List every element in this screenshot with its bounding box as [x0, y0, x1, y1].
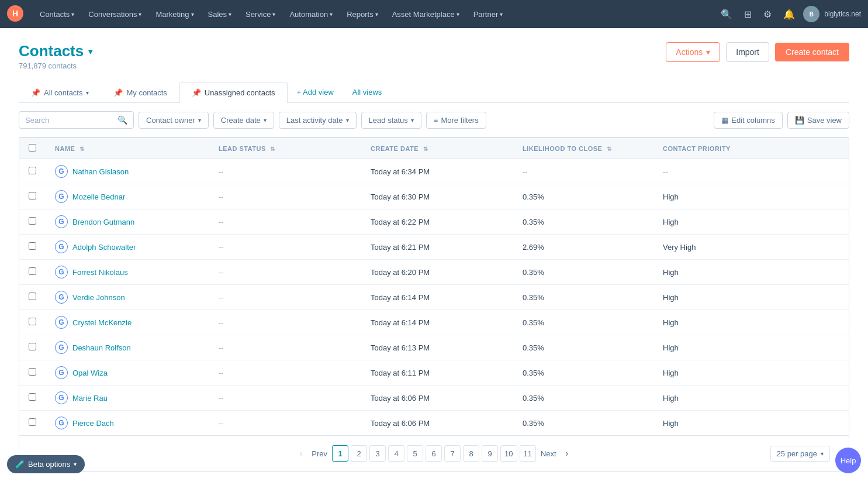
page-button-11[interactable]: 11	[520, 445, 536, 462]
row-checkbox[interactable]	[29, 267, 36, 275]
user-label[interactable]: biglytics.net	[824, 10, 861, 18]
hubspot-logo[interactable]: H	[7, 5, 28, 23]
contact-avatar: G	[55, 215, 68, 228]
sort-icon: ⇅	[607, 146, 612, 152]
row-checkbox-cell[interactable]	[19, 159, 46, 184]
row-checkbox[interactable]	[29, 217, 36, 225]
contact-name-link[interactable]: G Brendon Gutmann	[55, 215, 200, 228]
last-activity-date-filter[interactable]: Last activity date ▾	[279, 112, 357, 129]
row-checkbox[interactable]	[29, 318, 36, 325]
page-title[interactable]: Contacts ▾	[19, 42, 92, 60]
row-checkbox-cell[interactable]	[19, 310, 46, 335]
select-all-checkbox-header[interactable]	[19, 138, 46, 159]
row-checkbox-cell[interactable]	[19, 209, 46, 235]
help-button[interactable]: Help	[835, 448, 861, 473]
nav-marketing[interactable]: Marketing ▾	[150, 6, 199, 22]
page-button-4[interactable]: 4	[388, 445, 404, 462]
nav-sales[interactable]: Sales ▾	[202, 6, 238, 22]
page-button-7[interactable]: 7	[444, 445, 461, 462]
contact-owner-filter[interactable]: Contact owner ▾	[139, 112, 209, 129]
row-checkbox-cell[interactable]	[19, 235, 46, 260]
row-checkbox[interactable]	[29, 368, 36, 376]
page-button-2[interactable]: 2	[351, 445, 367, 462]
col-name[interactable]: NAME ⇅	[46, 138, 209, 159]
row-checkbox[interactable]	[29, 418, 36, 426]
col-create-date[interactable]: CREATE DATE ⇅	[361, 138, 513, 159]
nav-automation[interactable]: Automation ▾	[283, 6, 338, 22]
nav-reports[interactable]: Reports ▾	[341, 6, 384, 22]
row-checkbox-cell[interactable]	[19, 335, 46, 360]
import-button[interactable]: Import	[726, 42, 769, 62]
priority-cell: High	[653, 335, 849, 360]
row-checkbox-cell[interactable]	[19, 386, 46, 411]
page-button-9[interactable]: 9	[482, 445, 498, 462]
page-button-5[interactable]: 5	[407, 445, 423, 462]
create-contact-button[interactable]: Create contact	[775, 43, 849, 61]
row-checkbox-cell[interactable]	[19, 184, 46, 209]
settings-icon[interactable]: ⚙	[760, 5, 775, 23]
tab-all-contacts[interactable]: 📌 All contacts ▾	[19, 82, 101, 103]
more-filters-button[interactable]: ≡ More filters	[426, 112, 486, 129]
page-button-3[interactable]: 3	[369, 445, 386, 462]
contact-name-cell: G Pierce Dach	[46, 411, 209, 436]
save-view-button[interactable]: 💾 Save view	[787, 112, 849, 129]
search-icon[interactable]: 🔍	[717, 5, 736, 23]
contact-name-link[interactable]: G Mozelle Bednar	[55, 190, 200, 203]
search-box[interactable]: 🔍	[19, 111, 134, 129]
notifications-icon[interactable]: 🔔	[780, 5, 798, 23]
page-button-8[interactable]: 8	[463, 445, 479, 462]
view-tabs: 📌 All contacts ▾ 📌 My contacts 📌 Unassig…	[19, 82, 849, 103]
priority-value: High	[663, 343, 679, 352]
row-checkbox[interactable]	[29, 393, 36, 401]
nav-partner[interactable]: Partner ▾	[468, 6, 509, 22]
page-button-1[interactable]: 1	[332, 445, 348, 462]
nav-conversations[interactable]: Conversations ▾	[82, 6, 147, 22]
lead-status-cell: --	[209, 335, 361, 360]
contact-name-link[interactable]: G Pierce Dach	[55, 417, 200, 429]
col-lead-status[interactable]: LEAD STATUS ⇅	[209, 138, 361, 159]
nav-asset-marketplace[interactable]: Asset Marketplace ▾	[386, 6, 465, 22]
create-date-filter[interactable]: Create date ▾	[213, 112, 274, 129]
contact-name-link[interactable]: G Verdie Johnson	[55, 291, 200, 304]
prev-page-button[interactable]: ‹	[293, 445, 309, 462]
row-checkbox[interactable]	[29, 242, 36, 250]
beta-options-button[interactable]: 🧪 Beta options ▾	[7, 455, 85, 473]
row-checkbox[interactable]	[29, 167, 36, 174]
contact-count: 791,879 contacts	[19, 61, 92, 70]
page-button-6[interactable]: 6	[426, 445, 442, 462]
edit-columns-button[interactable]: ▦ Edit columns	[714, 112, 782, 129]
user-avatar[interactable]: B	[803, 6, 819, 22]
tab-unassigned-contacts[interactable]: 📌 Unassigned contacts	[179, 82, 288, 103]
lead-status-filter[interactable]: Lead status ▾	[361, 112, 421, 129]
contact-avatar: G	[55, 165, 68, 178]
contact-name-link[interactable]: G Deshaun Rolfson	[55, 341, 200, 354]
nav-service[interactable]: Service ▾	[240, 6, 281, 22]
row-checkbox-cell[interactable]	[19, 285, 46, 310]
row-checkbox-cell[interactable]	[19, 360, 46, 386]
lead-status-cell: --	[209, 386, 361, 411]
row-checkbox[interactable]	[29, 293, 36, 300]
contact-name-link[interactable]: G Opal Wiza	[55, 366, 200, 379]
actions-button[interactable]: Actions ▾	[666, 42, 720, 62]
col-likelihood[interactable]: LIKELIHOOD TO CLOSE ⇅	[513, 138, 653, 159]
next-page-button[interactable]: ›	[559, 445, 575, 462]
tab-add-view[interactable]: + Add view	[288, 82, 343, 102]
row-checkbox[interactable]	[29, 192, 36, 199]
row-checkbox[interactable]	[29, 343, 36, 350]
row-checkbox-cell[interactable]	[19, 260, 46, 285]
page-button-10[interactable]: 10	[500, 445, 517, 462]
row-checkbox-cell[interactable]	[19, 411, 46, 436]
nav-contacts[interactable]: Contacts ▾	[34, 6, 80, 22]
chevron-down-icon: ▾	[500, 11, 503, 18]
search-input[interactable]	[25, 116, 113, 125]
contact-name-link[interactable]: G Nathan Gislason	[55, 165, 200, 178]
tab-my-contacts[interactable]: 📌 My contacts	[101, 82, 179, 103]
select-all-checkbox[interactable]	[29, 144, 36, 152]
contact-name-link[interactable]: G Crystel McKenzie	[55, 316, 200, 329]
tab-all-views[interactable]: All views	[343, 82, 392, 102]
contact-name-link[interactable]: G Marie Rau	[55, 391, 200, 404]
contact-name-link[interactable]: G Adolph Schowalter	[55, 240, 200, 253]
contact-name-link[interactable]: G Forrest Nikolaus	[55, 266, 200, 278]
apps-icon[interactable]: ⊞	[741, 5, 755, 23]
per-page-selector[interactable]: 25 per page ▾	[770, 446, 830, 462]
